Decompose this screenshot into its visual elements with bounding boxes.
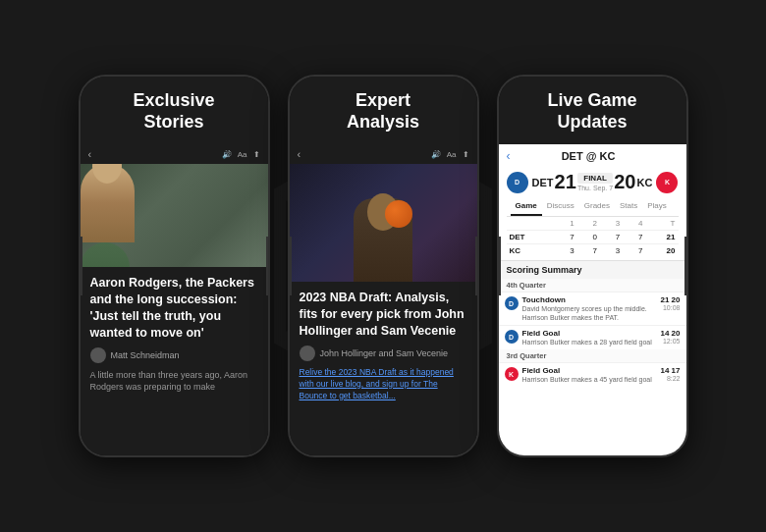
event-td-type: Touchdown xyxy=(522,295,657,304)
3rd-quarter-label: 3rd Quarter xyxy=(499,349,686,362)
basketball-icon xyxy=(385,200,412,228)
event-td-desc: David Montgomery scores up the middle. H… xyxy=(522,304,657,322)
phone-exclusive-stories: ExclusiveStories ‹ 🔊 Aa ⬆ Aaron Rodgers,… xyxy=(79,75,270,457)
event-fg2-time: 8:22 xyxy=(660,375,680,382)
team1-score-block: D DET xyxy=(507,172,554,193)
det-q2: 0 xyxy=(577,231,600,244)
author-avatar-1 xyxy=(90,347,106,363)
game-info-center: FINAL Thu. Sep. 7 xyxy=(577,173,613,191)
share-icon-2: ⬆ xyxy=(463,150,469,159)
game-header: ‹ DET @ KC D DET 21 FINAL Thu. xyxy=(499,144,686,260)
det-q4: 7 xyxy=(623,231,645,244)
final-badge: FINAL xyxy=(577,173,613,184)
scoring-summary-header: Scoring Summary xyxy=(499,260,686,279)
phone2-article-image xyxy=(290,164,477,282)
bball-body xyxy=(354,198,412,282)
score-row-det: DET 7 0 7 7 21 xyxy=(507,231,679,244)
volume-icon-2: 🔊 xyxy=(431,150,441,159)
event-fg1-desc: Harrison Butker makes a 28 yard field go… xyxy=(522,338,657,346)
game-date: Thu. Sep. 7 xyxy=(577,185,613,191)
share-icon: ⬆ xyxy=(253,150,260,159)
det-team-cell: DET xyxy=(507,231,555,244)
score-col-4: 4 xyxy=(623,217,645,231)
tab-stats[interactable]: Stats xyxy=(615,197,642,216)
det-logo: D xyxy=(507,172,528,193)
team1-abbr: DET xyxy=(532,177,554,188)
phone1-article-body: Aaron Rodgers, the Packers and the long … xyxy=(81,267,268,455)
phone2-article-author: John Hollinger and Sam Vecenie xyxy=(300,346,467,361)
score-row-kc: KC 3 7 3 7 20 xyxy=(507,244,679,258)
event-td-time: 10:08 xyxy=(660,304,680,311)
event-fg2-details: Field Goal Harrison Butker makes a 45 ya… xyxy=(522,366,657,384)
phone-expert-analysis: ExpertAnalysis ‹ 🔊 Aa ⬆ 2023 NBA Draft: … xyxy=(288,75,479,457)
phone3-content: ‹ DET @ KC D DET 21 FINAL Thu. xyxy=(499,144,686,455)
tab-plays[interactable]: Plays xyxy=(642,197,672,216)
phone-live-game-updates: Live GameUpdates ‹ DET @ KC D DET xyxy=(497,75,688,457)
side-bracket-left-2 xyxy=(288,237,292,295)
phone1-title: ExclusiveStories xyxy=(81,77,268,144)
score-table: 1 2 3 4 T DET 7 0 7 7 xyxy=(507,217,679,257)
side-bracket-left-3 xyxy=(497,237,501,295)
kc-logo: K xyxy=(656,172,678,193)
score-col-2: 2 xyxy=(577,217,600,231)
phone2-article-body: 2023 NBA Draft: Analysis, fits for every… xyxy=(290,282,477,455)
phone2-title: ExpertAnalysis xyxy=(290,77,477,144)
phones-container: ExclusiveStories ‹ 🔊 Aa ⬆ Aaron Rodgers,… xyxy=(79,75,688,457)
event-fg1-scores: 14 20 xyxy=(660,329,680,338)
det-total: 21 xyxy=(645,231,678,244)
phone2-topbar: ‹ 🔊 Aa ⬆ xyxy=(290,144,477,164)
score-col-3: 3 xyxy=(600,217,623,231)
4th-quarter-label: 4th Quarter xyxy=(499,279,686,292)
author-name-2: John Hollinger and Sam Vecenie xyxy=(320,348,449,358)
tab-discuss[interactable]: Discuss xyxy=(542,197,579,216)
tab-grades[interactable]: Grades xyxy=(579,197,615,216)
event-fg1-time: 12:05 xyxy=(660,338,680,345)
side-bracket-right-3 xyxy=(684,237,688,295)
person1-head xyxy=(92,164,122,184)
event-td-scores: 21 20 xyxy=(660,295,680,304)
phone2-article-link[interactable]: Relive the 2023 NBA Draft as it happened… xyxy=(300,367,467,402)
font-icon-2: Aa xyxy=(447,150,457,159)
back-arrow-icon[interactable]: ‹ xyxy=(88,148,92,160)
side-bracket-right-1 xyxy=(266,237,270,295)
scoring-event-fg1: D Field Goal Harrison Butker makes a 28 … xyxy=(499,325,686,349)
font-icon: Aa xyxy=(238,150,247,159)
kc-q3: 3 xyxy=(600,244,623,258)
phone1-content: Aaron Rodgers, the Packers and the long … xyxy=(81,164,268,455)
score-col-team xyxy=(507,217,555,231)
team2-abbr: KC xyxy=(637,177,653,188)
team2-score: 20 xyxy=(614,171,635,193)
kc-q1: 3 xyxy=(554,244,576,258)
scoring-event-td: D Touchdown David Montgomery scores up t… xyxy=(499,292,686,325)
phone1-article-image xyxy=(81,164,268,267)
tab-game[interactable]: Game xyxy=(511,197,542,216)
nav-icons: 🔊 Aa ⬆ xyxy=(222,150,260,159)
event-td-details: Touchdown David Montgomery scores up the… xyxy=(522,295,657,322)
team2-score-block: KC K xyxy=(637,172,679,193)
event-det-logo-2: D xyxy=(505,330,519,344)
kc-q4: 7 xyxy=(623,244,645,258)
phone1-article-excerpt: A little more than three years ago, Aaro… xyxy=(90,369,258,394)
game-back-chevron[interactable]: ‹ xyxy=(507,149,511,163)
phone2-article-title: 2023 NBA Draft: Analysis, fits for every… xyxy=(300,290,467,340)
det-q3: 7 xyxy=(600,231,623,244)
phone1-article-author: Matt Schneidman xyxy=(90,347,258,363)
event-fg2-scores: 14 17 xyxy=(660,366,680,375)
back-arrow-icon-2[interactable]: ‹ xyxy=(298,148,301,160)
score-col-1: 1 xyxy=(554,217,576,231)
phone3-title: Live GameUpdates xyxy=(499,77,686,144)
team1-score: 21 xyxy=(555,171,576,193)
event-fg1-type: Field Goal xyxy=(522,329,657,338)
nav-icons-2: 🔊 Aa ⬆ xyxy=(431,150,469,159)
event-kc-logo: K xyxy=(505,367,519,381)
author-avatar-2 xyxy=(300,346,315,361)
person1-silhouette xyxy=(81,164,135,242)
phone1-article-title: Aaron Rodgers, the Packers and the long … xyxy=(90,275,258,342)
author-name-1: Matt Schneidman xyxy=(111,350,180,360)
basketball-person xyxy=(344,174,422,282)
game-tabs: Game Discuss Grades Stats Plays xyxy=(507,197,679,217)
det-q1: 7 xyxy=(554,231,576,244)
event-fg2-desc: Harrison Butker makes a 45 yard field go… xyxy=(522,375,657,384)
event-fg2-type: Field Goal xyxy=(522,366,657,375)
kc-q2: 7 xyxy=(577,244,600,258)
